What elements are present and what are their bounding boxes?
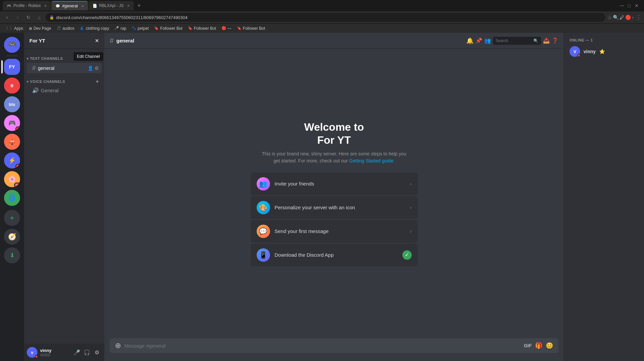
bookmark-petpet[interactable]: 🐾 petpet <box>129 25 151 31</box>
extension-icon-1[interactable]: 🔍 <box>613 15 619 20</box>
server-s4[interactable]: 🌸 29 <box>4 171 20 187</box>
extension-icon-3[interactable]: 🔴 <box>625 15 631 20</box>
header-search[interactable]: Search 🔍 <box>493 37 541 45</box>
close-button[interactable]: ✕ <box>635 3 639 8</box>
discover-servers-button[interactable]: 🧭 <box>4 229 20 245</box>
channel-item-general-voice[interactable]: 🔊 General <box>27 86 102 95</box>
bookmark-followerbot1[interactable]: 🔖 Follower Bot <box>151 25 185 31</box>
download-label: Download the Discord App <box>275 252 398 258</box>
tab-js-close[interactable]: ✕ <box>127 4 130 8</box>
add-voice-channel-icon[interactable]: + <box>96 79 99 85</box>
bookmark-star-icon[interactable]: ☆ <box>607 14 612 21</box>
action-card-download[interactable]: 📱 Download the Discord App ✓ <box>251 244 418 266</box>
action-card-message[interactable]: 💬 Send your first message › <box>251 220 418 243</box>
settings-icon[interactable]: ⚙ <box>95 66 99 71</box>
minimize-button[interactable]: ─ <box>620 3 624 9</box>
user-avatar[interactable]: v <box>27 347 37 358</box>
address-bar[interactable]: 🔒 discord.com/channels/80661349755060231… <box>45 13 605 22</box>
emoji-picker-icon[interactable]: 😊 <box>546 342 553 349</box>
bookmark-devpage[interactable]: 🖥 Dev Page <box>26 25 54 31</box>
message-input-placeholder[interactable]: Message #general <box>124 343 521 349</box>
welcome-area: Welcome to For YT This is your brand new… <box>104 49 564 338</box>
restore-button[interactable]: □ <box>628 3 631 8</box>
welcome-subtitle: This is your brand new, shiny server. He… <box>261 150 408 164</box>
server-s5-icon: 🌀 <box>8 194 16 202</box>
forward-button[interactable]: › <box>13 13 22 22</box>
tab-roblox-close[interactable]: ✕ <box>44 4 47 8</box>
invite-icon: 👥 <box>257 177 270 191</box>
voice-channels-header[interactable]: ▾ VOICE CHANNELS + <box>24 77 104 86</box>
inbox-icon[interactable]: 📥 <box>543 37 550 44</box>
extension-icon-2[interactable]: 🖊 <box>620 15 624 20</box>
tab-discord[interactable]: 💬 #general ✕ <box>51 1 88 10</box>
server-s2[interactable]: 🎪 <box>4 134 20 150</box>
download-apps-button[interactable]: ⬇ <box>4 247 20 263</box>
bookmark-petpet-favicon: 🐾 <box>132 26 136 30</box>
new-tab-button[interactable]: + <box>134 1 144 10</box>
address-url: discord.com/channels/806613497550602311/… <box>56 15 187 20</box>
server-s3[interactable]: ⚡ 8 <box>4 152 20 168</box>
bookmark-rap[interactable]: 🎤 rap <box>112 25 129 31</box>
add-server-button[interactable]: + <box>4 210 20 226</box>
bookmark-followerbot3-label: Follower Bot <box>243 26 265 31</box>
server-header[interactable]: For YT ✕ <box>24 33 104 49</box>
server-s5[interactable]: 🌀 <box>4 190 20 206</box>
bookmark-rap-favicon: 🎤 <box>114 26 119 30</box>
add-text-channel-icon[interactable]: + <box>96 55 99 62</box>
bookmark-followerbot3[interactable]: 🔖 Follower Bot <box>234 25 268 31</box>
search-magnify-icon: 🔍 <box>533 38 538 43</box>
voice-speaker-icon: 🔊 <box>32 87 39 94</box>
mute-microphone-icon[interactable]: 🎤 <box>72 348 82 357</box>
personalize-icon: 🎨 <box>257 201 270 214</box>
tab-roblox[interactable]: 🎮 Profile - Roblox ✕ <box>3 1 51 10</box>
server-bts[interactable]: bts <box>4 96 20 112</box>
getting-started-link[interactable]: Getting Started guide. <box>349 158 395 163</box>
message-input-area: ⊕ Message #general GIF 🎁 😊 <box>104 338 564 361</box>
personalize-label: Personalize your server with an icon <box>275 205 405 210</box>
server-s1[interactable]: 🎮 <box>4 115 20 131</box>
channel-sidebar: For YT ✕ ▾ TEXT CHANNELS + # general 👤 ⚙ <box>24 33 104 361</box>
reload-button[interactable]: ↻ <box>24 13 33 22</box>
tab-discord-label: #general <box>62 4 78 8</box>
server-home[interactable]: 🎮 <box>4 37 20 53</box>
bookmark-apps-favicon: ⋮⋮ <box>5 26 13 30</box>
chevron-more-icon[interactable]: › <box>632 15 634 20</box>
bookmark-apps-label: Apps <box>14 26 23 31</box>
action-cards: 👥 Invite your friends › 🎨 Personalize yo… <box>251 172 418 266</box>
tab-bar: 🎮 Profile - Roblox ✕ 💬 #general ✕ 📄 RBLX… <box>0 0 644 11</box>
member-item-vinny[interactable]: V vinny ⭐ <box>567 45 641 58</box>
server-fy[interactable]: FY <box>4 59 20 75</box>
gif-icon[interactable]: GIF <box>524 343 532 348</box>
server-e[interactable]: e <box>4 78 20 94</box>
home-button[interactable]: ⌂ <box>35 13 43 22</box>
header-actions: 🔔 📌 👥 Search 🔍 📥 ❓ <box>466 37 558 45</box>
text-channels-header[interactable]: ▾ TEXT CHANNELS + <box>24 54 104 63</box>
member-list-icon[interactable]: 👥 <box>484 37 491 44</box>
deafen-headset-icon[interactable]: 🎧 <box>82 348 92 357</box>
browser-menu-icon[interactable]: ⋮ <box>636 14 641 21</box>
tab-js[interactable]: 📄 RBLXApi - JS ✕ <box>89 1 134 10</box>
bookmark-petpet-label: petpet <box>138 26 149 31</box>
help-icon[interactable]: ❓ <box>552 37 558 44</box>
add-member-icon[interactable]: 👤 <box>88 66 93 71</box>
bookmark-apps[interactable]: ⋮⋮ Apps <box>3 25 26 31</box>
action-card-invite[interactable]: 👥 Invite your friends › <box>251 172 418 195</box>
member-avatar-vinny: V <box>569 46 580 57</box>
discord-logo-icon: 🎮 <box>8 40 17 49</box>
invite-arrow-icon: › <box>410 181 411 187</box>
pin-icon[interactable]: 📌 <box>476 37 482 44</box>
bookmark-hash[interactable]: 🔴 — <box>219 25 234 31</box>
back-button[interactable]: ‹ <box>3 13 11 22</box>
message-input-actions: GIF 🎁 😊 <box>524 342 553 349</box>
tab-discord-close[interactable]: ✕ <box>81 4 84 8</box>
add-attachment-icon[interactable]: ⊕ <box>115 341 121 350</box>
bookmark-followerbot2[interactable]: 🔖 Follower Bot <box>185 25 219 31</box>
emoji-sticker-icon[interactable]: 🎁 <box>535 342 542 349</box>
bookmark-audios[interactable]: 🎵 audios <box>54 25 77 31</box>
channel-item-general[interactable]: # general 👤 ⚙ Edit Channel <box>27 63 102 73</box>
bookmark-clothing[interactable]: 👗 clothing copy <box>77 25 112 31</box>
notification-bell-icon[interactable]: 🔔 <box>466 37 474 44</box>
user-settings-icon[interactable]: ⚙ <box>92 348 102 357</box>
action-card-personalize[interactable]: 🎨 Personalize your server with an icon › <box>251 196 418 219</box>
bookmark-devpage-favicon: 🖥 <box>28 26 32 30</box>
